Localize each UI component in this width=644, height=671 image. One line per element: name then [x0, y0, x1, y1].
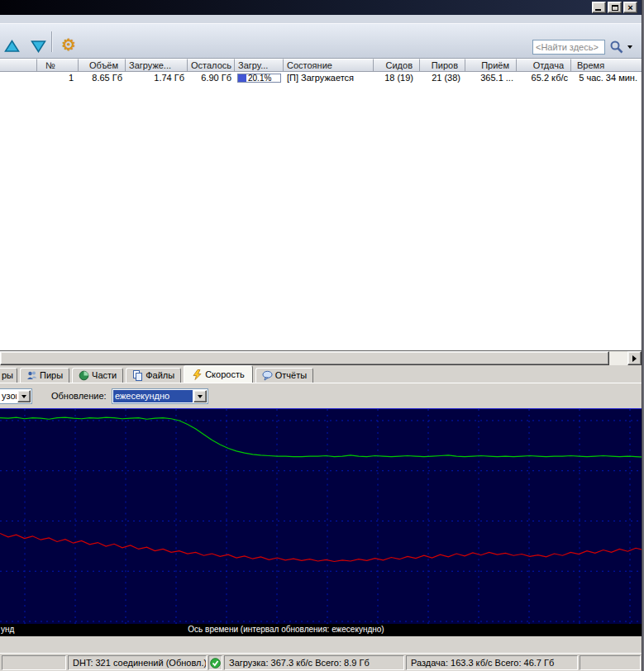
status-download: Загрузка: 367.3 кб/с Всего: 8.9 Гб — [224, 655, 404, 670]
minimize-icon — [595, 9, 601, 11]
close-button[interactable]: × — [623, 2, 637, 13]
chevron-down-icon — [627, 45, 632, 49]
queue-down-button[interactable] — [31, 40, 46, 53]
cell-size: 8.65 Гб — [79, 72, 126, 85]
tab-pieces[interactable]: Части — [72, 368, 123, 383]
speed-chart — [0, 408, 644, 624]
queue-up-button[interactable] — [4, 40, 20, 53]
tab-label: Файлы — [145, 369, 174, 382]
maximize-button[interactable] — [608, 2, 622, 13]
chevron-down-icon[interactable] — [17, 390, 31, 402]
tab-label: Скорость — [205, 369, 245, 381]
cell-time: 5 час. 34 мин. — [571, 72, 644, 85]
status-network-panel — [208, 655, 222, 670]
search-input[interactable] — [532, 40, 605, 55]
close-icon: × — [627, 3, 632, 12]
tab-peers[interactable]: Пиры — [20, 368, 69, 383]
queue-down-icon — [31, 40, 46, 53]
search-icon — [608, 40, 625, 55]
tab-label: ры — [2, 369, 13, 382]
column-header-time[interactable]: Время — [571, 59, 644, 72]
cell-status: [П] Загружается — [284, 72, 374, 85]
status-dht: DHT: 321 соединений (Обновл.) — [68, 655, 207, 670]
table-header: № Объём Загруже... Осталось Загру... Сос… — [0, 59, 644, 72]
cell-downloaded: 1.74 Гб — [126, 72, 188, 85]
update-label: Обновление: — [51, 391, 107, 401]
column-header-seeds[interactable]: Сидов — [374, 59, 420, 72]
cell-progress: 20.1% — [235, 72, 284, 85]
cell-seeds: 18 (19) — [374, 72, 420, 85]
queue-up-icon — [4, 40, 20, 53]
gear-icon: ⚙ — [61, 36, 76, 54]
column-header-peers[interactable]: Пиров — [420, 59, 465, 72]
titlebar[interactable]: × — [0, 0, 644, 15]
cell-remaining: 6.90 Гб — [188, 72, 235, 85]
cell-peers: 21 (38) — [420, 72, 465, 85]
status-panel-left-cut — [2, 655, 66, 670]
combo-value: ежесекундно — [113, 390, 193, 402]
reports-icon — [262, 370, 273, 381]
speed-icon — [192, 369, 203, 380]
torrent-list[interactable] — [0, 85, 644, 351]
status-bar: DHT: 321 соединений (Обновл.) Загрузка: … — [0, 653, 644, 671]
progress-fill — [238, 74, 246, 82]
search-button[interactable] — [608, 39, 637, 55]
pieces-icon — [79, 370, 89, 381]
downloads-combo[interactable]: узок — [0, 388, 32, 404]
progress-bar: 20.1% — [237, 74, 281, 83]
files-icon — [132, 370, 143, 381]
tab-label: Отчёты — [275, 369, 307, 382]
column-header-name-cut[interactable] — [0, 59, 37, 72]
tab-label: Части — [92, 369, 117, 382]
cell-name-cut — [0, 72, 37, 85]
cell-send: 65.2 кб/с — [517, 72, 571, 85]
column-header-status[interactable]: Состояние — [284, 59, 374, 72]
minimize-button[interactable] — [592, 2, 606, 13]
update-interval-combo[interactable]: ежесекундно — [112, 388, 208, 404]
column-header-progress[interactable]: Загру... — [235, 59, 284, 72]
app-window: × ⚙ № Объём Загруже... Осталось Загру...… — [0, 0, 644, 671]
chevron-glyph — [198, 395, 203, 398]
time-axis-bar: унд Ось времени (интервал обновления: еж… — [0, 624, 644, 636]
tab-files[interactable]: Файлы — [126, 368, 181, 383]
speed-graph: унд Ось времени (интервал обновления: еж… — [0, 408, 644, 636]
status-panel-right — [580, 655, 641, 670]
column-header-send[interactable]: Отдача — [517, 59, 571, 72]
scroll-right-button[interactable] — [627, 351, 642, 365]
cell-number: 1 — [37, 72, 79, 85]
settings-button[interactable]: ⚙ — [61, 36, 76, 53]
speed-tab-page: узок Обновление: ежесекундно унд Ось вре… — [0, 383, 644, 653]
column-header-size[interactable]: Объём — [79, 59, 126, 72]
toolbar: ⚙ — [0, 23, 644, 59]
tab-reports[interactable]: Отчёты — [255, 368, 313, 383]
tab-speed[interactable]: Скорость — [184, 365, 253, 383]
network-ok-icon — [210, 658, 221, 669]
arrow-right-icon — [632, 355, 637, 362]
horizontal-scrollbar[interactable] — [0, 351, 642, 365]
column-header-number[interactable]: № — [37, 59, 79, 72]
window-controls: × — [592, 2, 637, 13]
chevron-glyph — [21, 395, 26, 398]
peers-icon — [26, 370, 37, 381]
status-upload: Раздача: 163.3 кб/с Всего: 46.7 Гб — [406, 655, 578, 670]
cell-recv: 365.1 ... — [465, 72, 517, 85]
toolbar-separator — [51, 31, 53, 52]
column-header-remaining[interactable]: Осталось — [188, 59, 235, 72]
scrollbar-thumb[interactable] — [0, 351, 609, 365]
maximize-icon — [612, 5, 618, 11]
table-row[interactable]: 1 8.65 Гб 1.74 Гб 6.90 Гб 20.1% [П] Загр… — [0, 72, 644, 85]
tab-bar: ры Пиры Части Файлы Скорость Отчёты — [0, 365, 644, 383]
time-axis-label: Ось времени (интервал обновления: ежесек… — [0, 624, 572, 635]
tab-label: Пиры — [40, 369, 63, 382]
progress-text: 20.1% — [248, 74, 271, 83]
column-header-downloaded[interactable]: Загруже... — [126, 59, 188, 72]
tab-trackers-cut[interactable]: ры — [0, 368, 17, 383]
chevron-down-icon[interactable] — [193, 390, 207, 402]
menu-strip — [0, 15, 644, 23]
combo-value: узок — [0, 390, 17, 402]
column-header-recv[interactable]: Приём — [465, 59, 517, 72]
